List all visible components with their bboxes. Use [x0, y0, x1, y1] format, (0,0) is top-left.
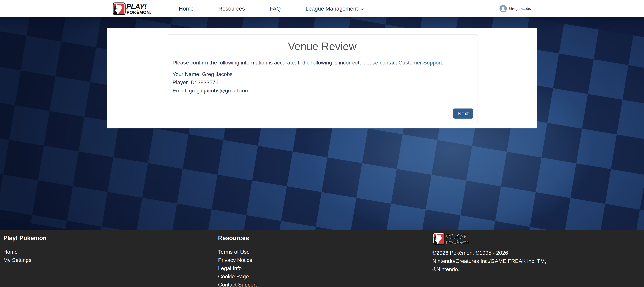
player-id-line: Player ID: 3833576 [172, 78, 472, 87]
logo-play-text: PLAY! [126, 2, 147, 10]
nav-item-faq[interactable]: FAQ [270, 5, 281, 12]
page-title: Venue Review [167, 40, 478, 52]
copyright-line-1: ©2026 Pokémon. ©1995 - 2026 [432, 249, 546, 257]
footer-column-play-pokemon: Play! Pokémon Home My Settings [3, 230, 46, 266]
avatar [500, 5, 507, 12]
content-panel: Venue Review Please confirm the followin… [107, 28, 537, 128]
nav-item-league-management-label: League Management [306, 5, 358, 12]
footer-logo-play-text: PLAY! [446, 233, 466, 240]
page-background: Venue Review Please confirm the followin… [0, 17, 644, 230]
top-navbar: PLAY! POKÉMON. Home Resources FAQ League… [0, 0, 644, 17]
footer-logo-pokemon-text: POKÉMON. [446, 240, 470, 245]
copyright-line-3: ®Nintendo. [432, 265, 546, 274]
confirm-text-before: Please confirm the following information… [172, 60, 398, 66]
page-footer: Play! Pokémon Home My Settings Resources… [0, 230, 644, 287]
confirm-instructions: Please confirm the following information… [172, 59, 472, 66]
copyright-line-2: Nintendo/Creatures Inc./GAME FREAK inc. … [432, 257, 546, 265]
user-menu[interactable]: Greg Jacobs [500, 5, 531, 12]
user-name: Greg Jacobs [509, 6, 531, 11]
chevron-down-icon [360, 7, 364, 11]
footer-link-privacy-notice[interactable]: Privacy Notice [218, 257, 257, 263]
navbar-inner: PLAY! POKÉMON. Home Resources FAQ League… [0, 0, 644, 17]
footer-column-brand: PLAY! POKÉMON. ©2026 Pokémon. ©1995 - 20… [432, 230, 546, 274]
footer-column-resources: Resources Terms of Use Privacy Notice Le… [218, 230, 257, 287]
nav-item-league-management[interactable]: League Management [306, 5, 364, 12]
player-details: Your Name: Greg Jacobs Player ID: 383357… [172, 70, 472, 95]
play-pokemon-logo[interactable]: PLAY! POKÉMON. [113, 2, 163, 15]
player-name-line: Your Name: Greg Jacobs [172, 70, 472, 78]
footer-link-home[interactable]: Home [3, 249, 46, 255]
footer-link-my-settings[interactable]: My Settings [3, 257, 46, 263]
logo-pokemon-text: POKÉMON. [126, 10, 151, 15]
main-nav: Home Resources FAQ League Management [179, 5, 364, 12]
card-footer: Next [167, 104, 478, 123]
nav-item-resources[interactable]: Resources [218, 5, 245, 12]
venue-review-card: Venue Review Please confirm the followin… [167, 34, 478, 123]
nav-item-home[interactable]: Home [179, 5, 194, 12]
confirm-text-after: . [442, 60, 444, 66]
footer-link-cookie-page[interactable]: Cookie Page [218, 274, 257, 279]
next-button[interactable]: Next [453, 108, 473, 119]
customer-support-link[interactable]: Customer Support [398, 60, 442, 66]
play-pokemon-logo-icon: PLAY! POKÉMON. [113, 2, 163, 15]
footer-link-legal-info[interactable]: Legal Info [218, 266, 257, 271]
footer-link-terms-of-use[interactable]: Terms of Use [218, 249, 257, 255]
player-email-line: Email: greg.r.jacobs@gmail.com [172, 87, 472, 95]
copyright-text: ©2026 Pokémon. ©1995 - 2026 Nintendo/Cre… [432, 249, 546, 274]
footer-heading-resources: Resources [218, 235, 257, 242]
play-pokemon-logo-footer: PLAY! POKÉMON. [432, 232, 482, 245]
footer-link-contact-support[interactable]: Contact Support [218, 282, 257, 287]
footer-heading-play-pokemon: Play! Pokémon [3, 235, 46, 242]
